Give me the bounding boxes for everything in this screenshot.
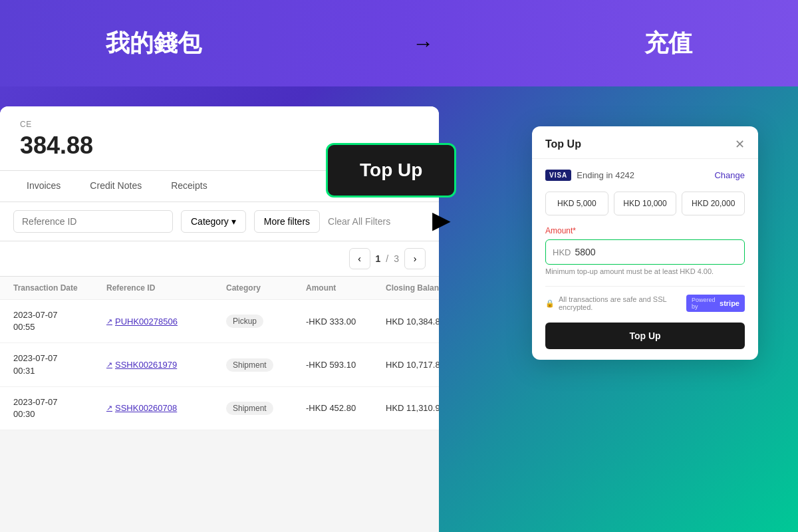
amount-preset-5000[interactable]: HKD 5,000	[545, 192, 608, 215]
card-ending-text: Ending in 4242	[577, 170, 634, 180]
modal-header: Top Up ✕	[532, 126, 758, 159]
modal-title: Top Up	[545, 138, 581, 150]
amount-input[interactable]	[575, 240, 737, 264]
header-right-title: 充值	[644, 27, 692, 60]
cell-ref-1[interactable]: ↗ SSHK00261979	[106, 360, 226, 370]
prev-page-button[interactable]: ‹	[349, 248, 370, 269]
more-filters-button[interactable]: More filters	[254, 210, 320, 233]
amount-preset-20000[interactable]: HKD 20,000	[682, 192, 745, 215]
card-details: VISA Ending in 4242	[545, 170, 634, 181]
cell-amount-2: -HKD 452.80	[306, 403, 386, 413]
amount-field-label: Amount*	[545, 226, 745, 235]
cell-balance-2: HKD 11,310.98	[386, 403, 439, 413]
table-row: 2023-07-07 00:30 ↗ SSHK00260708 Shipment…	[0, 387, 439, 430]
topup-button-container: Top Up	[326, 143, 456, 198]
security-info-row: 🔒 All transactions are safe and SSL encr…	[545, 295, 745, 312]
topup-modal: Top Up ✕ VISA Ending in 4242 Change HKD …	[532, 126, 758, 360]
cell-date-2: 2023-07-07 00:30	[13, 396, 106, 420]
external-link-icon: ↗	[106, 404, 112, 412]
search-input[interactable]	[13, 210, 173, 233]
page-separator: /	[386, 253, 388, 264]
header-bar: 我的錢包 → 充值	[0, 0, 798, 86]
topup-main-button[interactable]: Top Up	[326, 143, 456, 198]
amount-preset-buttons: HKD 5,000 HKD 10,000 HKD 20,000	[545, 192, 745, 215]
current-page: 1	[376, 253, 381, 264]
transactions-table: Transaction Date Reference ID Category A…	[0, 277, 439, 430]
header-left-title: 我的錢包	[106, 27, 201, 60]
tab-receipts[interactable]: Receipts	[158, 171, 220, 201]
cell-date-0: 2023-07-07 00:55	[13, 309, 106, 333]
category-filter-button[interactable]: Category ▾	[181, 210, 246, 233]
col-header-amount: Amount	[306, 283, 386, 293]
currency-prefix: HKD	[553, 247, 571, 257]
col-header-category: Category	[226, 283, 306, 293]
filter-bar: Category ▾ More filters Clear All Filter…	[0, 202, 439, 241]
table-row: 2023-07-07 00:55 ↗ PUHK00278506 Pickup -…	[0, 300, 439, 343]
amount-hint: Minimum top-up amount must be at least H…	[545, 267, 745, 275]
col-header-ref: Reference ID	[106, 283, 226, 293]
table-row: 2023-07-07 00:31 ↗ SSHK00261979 Shipment…	[0, 343, 439, 386]
amount-preset-10000[interactable]: HKD 10,000	[614, 192, 677, 215]
modal-close-button[interactable]: ✕	[735, 138, 745, 150]
cell-category-0: Pickup	[226, 315, 306, 328]
cell-date-1: 2023-07-07 00:31	[13, 352, 106, 376]
cell-balance-0: HKD 10,384.88	[386, 317, 439, 327]
stripe-powered-badge: Powered by stripe	[686, 295, 745, 312]
cell-ref-2[interactable]: ↗ SSHK00260708	[106, 403, 226, 413]
total-pages: 3	[394, 253, 399, 264]
cell-amount-0: -HKD 333.00	[306, 317, 386, 327]
chevron-down-icon: ▾	[231, 216, 236, 227]
cell-category-1: Shipment	[226, 358, 306, 372]
balance-value: 384.88	[20, 132, 93, 159]
visa-badge: VISA	[545, 170, 571, 181]
external-link-icon: ↗	[106, 317, 112, 326]
lock-icon: 🔒	[545, 299, 555, 308]
tab-credit-notes[interactable]: Credit Notes	[76, 171, 155, 201]
modal-body: VISA Ending in 4242 Change HKD 5,000 HKD…	[532, 159, 758, 360]
cell-ref-0[interactable]: ↗ PUHK00278506	[106, 317, 226, 327]
col-header-date: Transaction Date	[13, 283, 106, 293]
card-info-row: VISA Ending in 4242 Change	[545, 170, 745, 181]
cell-balance-1: HKD 10,717.88	[386, 360, 439, 370]
modal-divider	[545, 286, 745, 287]
next-page-button[interactable]: ›	[404, 248, 426, 269]
modal-topup-button[interactable]: Top Up	[545, 323, 745, 349]
col-header-balance: Closing Balance	[386, 283, 439, 293]
change-card-link[interactable]: Change	[714, 170, 745, 180]
table-header-row: Transaction Date Reference ID Category A…	[0, 277, 439, 300]
tab-invoices[interactable]: Invoices	[13, 171, 74, 201]
external-link-icon: ↗	[106, 360, 112, 369]
security-text: 🔒 All transactions are safe and SSL encr…	[545, 295, 686, 311]
amount-input-container: HKD	[545, 239, 745, 265]
cell-category-2: Shipment	[226, 402, 306, 415]
cursor-pointer-icon: ▶	[432, 206, 451, 234]
header-arrow-icon: →	[412, 31, 434, 56]
clear-all-filters-button[interactable]: Clear All Filters	[328, 216, 390, 227]
pagination-bar: ‹ 1 / 3 ›	[0, 241, 439, 277]
cell-amount-1: -HKD 593.10	[306, 360, 386, 370]
balance-label: CE	[20, 120, 419, 129]
